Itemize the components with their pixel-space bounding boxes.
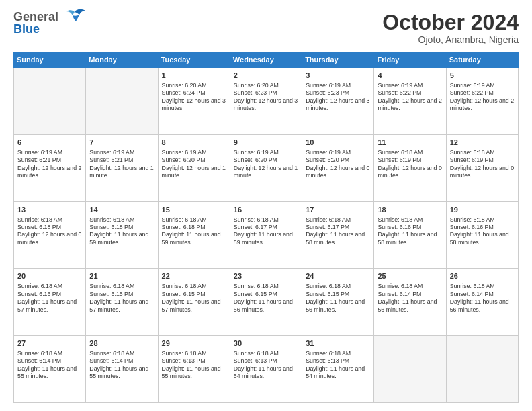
calendar-cell: 31Sunrise: 6:18 AMSunset: 6:13 PMDayligh… — [302, 336, 374, 403]
day-info: Sunrise: 6:18 AMSunset: 6:14 PMDaylight:… — [450, 283, 515, 314]
calendar-cell: 6Sunrise: 6:19 AMSunset: 6:21 PMDaylight… — [14, 134, 86, 201]
title-block: October 2024 Ojoto, Anambra, Nigeria — [382, 11, 519, 45]
day-info: Sunrise: 6:18 AMSunset: 6:18 PMDaylight:… — [17, 216, 82, 247]
calendar-cell: 19Sunrise: 6:18 AMSunset: 6:16 PMDayligh… — [446, 201, 518, 269]
calendar-cell: 11Sunrise: 6:18 AMSunset: 6:19 PMDayligh… — [374, 134, 446, 201]
calendar-week-4: 20Sunrise: 6:18 AMSunset: 6:16 PMDayligh… — [14, 269, 519, 336]
day-number: 16 — [234, 205, 298, 215]
day-number: 23 — [234, 271, 298, 281]
day-number: 22 — [162, 271, 226, 281]
calendar-cell — [14, 68, 86, 135]
day-info: Sunrise: 6:18 AMSunset: 6:15 PMDaylight:… — [234, 283, 298, 314]
calendar-cell: 8Sunrise: 6:19 AMSunset: 6:20 PMDaylight… — [158, 134, 230, 201]
col-sunday: Sunday — [14, 52, 86, 68]
day-number: 20 — [17, 271, 82, 281]
calendar-cell: 16Sunrise: 6:18 AMSunset: 6:17 PMDayligh… — [230, 201, 302, 269]
day-info: Sunrise: 6:18 AMSunset: 6:14 PMDaylight:… — [17, 350, 82, 381]
calendar-cell — [446, 336, 518, 403]
day-info: Sunrise: 6:18 AMSunset: 6:15 PMDaylight:… — [89, 283, 154, 314]
day-info: Sunrise: 6:19 AMSunset: 6:20 PMDaylight:… — [162, 149, 226, 180]
day-number: 13 — [17, 205, 82, 215]
calendar-cell: 10Sunrise: 6:19 AMSunset: 6:20 PMDayligh… — [302, 134, 374, 201]
day-number: 5 — [450, 71, 515, 81]
day-number: 14 — [89, 205, 154, 215]
day-info: Sunrise: 6:19 AMSunset: 6:22 PMDaylight:… — [378, 82, 442, 113]
calendar-week-2: 6Sunrise: 6:19 AMSunset: 6:21 PMDaylight… — [14, 134, 519, 201]
day-number: 7 — [89, 138, 154, 148]
calendar-cell: 14Sunrise: 6:18 AMSunset: 6:18 PMDayligh… — [86, 201, 158, 269]
calendar-cell — [374, 336, 446, 403]
calendar-cell: 22Sunrise: 6:18 AMSunset: 6:15 PMDayligh… — [158, 269, 230, 336]
day-info: Sunrise: 6:18 AMSunset: 6:15 PMDaylight:… — [306, 283, 370, 314]
day-number: 1 — [162, 71, 226, 81]
day-info: Sunrise: 6:19 AMSunset: 6:20 PMDaylight:… — [306, 149, 370, 180]
day-info: Sunrise: 6:18 AMSunset: 6:19 PMDaylight:… — [378, 149, 442, 180]
calendar-cell: 23Sunrise: 6:18 AMSunset: 6:15 PMDayligh… — [230, 269, 302, 336]
subtitle: Ojoto, Anambra, Nigeria — [382, 34, 519, 45]
day-number: 11 — [378, 138, 442, 148]
day-info: Sunrise: 6:18 AMSunset: 6:13 PMDaylight:… — [306, 350, 370, 381]
col-wednesday: Wednesday — [230, 52, 302, 68]
day-info: Sunrise: 6:18 AMSunset: 6:16 PMDaylight:… — [378, 216, 442, 247]
day-number: 19 — [450, 205, 515, 215]
calendar-cell: 27Sunrise: 6:18 AMSunset: 6:14 PMDayligh… — [14, 336, 86, 403]
calendar-cell: 3Sunrise: 6:19 AMSunset: 6:23 PMDaylight… — [302, 68, 374, 135]
day-number: 17 — [306, 205, 370, 215]
calendar-cell: 20Sunrise: 6:18 AMSunset: 6:16 PMDayligh… — [14, 269, 86, 336]
logo-general-text: General — [13, 11, 58, 23]
day-number: 21 — [89, 271, 154, 281]
day-number: 30 — [234, 338, 298, 349]
col-monday: Monday — [86, 52, 158, 68]
day-info: Sunrise: 6:20 AMSunset: 6:24 PMDaylight:… — [162, 82, 226, 113]
day-number: 29 — [162, 338, 226, 349]
col-thursday: Thursday — [302, 52, 374, 68]
day-number: 12 — [450, 138, 515, 148]
day-info: Sunrise: 6:19 AMSunset: 6:23 PMDaylight:… — [306, 82, 370, 113]
calendar-cell — [86, 68, 158, 135]
calendar-cell: 29Sunrise: 6:18 AMSunset: 6:13 PMDayligh… — [158, 336, 230, 403]
day-info: Sunrise: 6:19 AMSunset: 6:21 PMDaylight:… — [17, 149, 82, 180]
calendar-cell: 26Sunrise: 6:18 AMSunset: 6:14 PMDayligh… — [446, 269, 518, 336]
day-info: Sunrise: 6:18 AMSunset: 6:13 PMDaylight:… — [234, 350, 298, 381]
day-info: Sunrise: 6:18 AMSunset: 6:18 PMDaylight:… — [162, 216, 226, 247]
day-info: Sunrise: 6:18 AMSunset: 6:18 PMDaylight:… — [89, 216, 154, 247]
day-number: 24 — [306, 271, 370, 281]
calendar-cell: 1Sunrise: 6:20 AMSunset: 6:24 PMDaylight… — [158, 68, 230, 135]
calendar-week-5: 27Sunrise: 6:18 AMSunset: 6:14 PMDayligh… — [14, 336, 519, 403]
col-tuesday: Tuesday — [158, 52, 230, 68]
calendar-cell: 4Sunrise: 6:19 AMSunset: 6:22 PMDaylight… — [374, 68, 446, 135]
calendar-cell: 9Sunrise: 6:19 AMSunset: 6:20 PMDaylight… — [230, 134, 302, 201]
calendar-cell: 7Sunrise: 6:19 AMSunset: 6:21 PMDaylight… — [86, 134, 158, 201]
day-number: 31 — [306, 338, 370, 349]
day-number: 2 — [234, 71, 298, 81]
day-info: Sunrise: 6:19 AMSunset: 6:21 PMDaylight:… — [89, 149, 154, 180]
day-info: Sunrise: 6:18 AMSunset: 6:16 PMDaylight:… — [17, 283, 82, 314]
logo-area: General Blue — [13, 11, 87, 35]
day-number: 8 — [162, 138, 226, 148]
day-info: Sunrise: 6:18 AMSunset: 6:17 PMDaylight:… — [234, 216, 298, 247]
day-number: 25 — [378, 271, 442, 281]
logo-name: General Blue — [13, 11, 58, 35]
col-saturday: Saturday — [446, 52, 518, 68]
header: General Blue October 2024 Ojoto, Anambra… — [13, 11, 519, 45]
calendar-week-1: 1Sunrise: 6:20 AMSunset: 6:24 PMDaylight… — [14, 68, 519, 135]
page: General Blue October 2024 Ojoto, Anambra… — [0, 0, 532, 411]
calendar-cell: 13Sunrise: 6:18 AMSunset: 6:18 PMDayligh… — [14, 201, 86, 269]
month-title: October 2024 — [382, 11, 519, 34]
day-number: 6 — [17, 138, 82, 148]
calendar-cell: 5Sunrise: 6:19 AMSunset: 6:22 PMDaylight… — [446, 68, 518, 135]
day-info: Sunrise: 6:18 AMSunset: 6:14 PMDaylight:… — [89, 350, 154, 381]
day-info: Sunrise: 6:19 AMSunset: 6:20 PMDaylight:… — [234, 149, 298, 180]
calendar-cell: 30Sunrise: 6:18 AMSunset: 6:13 PMDayligh… — [230, 336, 302, 403]
col-friday: Friday — [374, 52, 446, 68]
calendar-cell: 2Sunrise: 6:20 AMSunset: 6:23 PMDaylight… — [230, 68, 302, 135]
calendar-table: Sunday Monday Tuesday Wednesday Thursday… — [13, 52, 519, 403]
calendar-cell: 25Sunrise: 6:18 AMSunset: 6:14 PMDayligh… — [374, 269, 446, 336]
calendar-week-3: 13Sunrise: 6:18 AMSunset: 6:18 PMDayligh… — [14, 201, 519, 269]
day-info: Sunrise: 6:20 AMSunset: 6:23 PMDaylight:… — [234, 82, 298, 113]
calendar-cell: 12Sunrise: 6:18 AMSunset: 6:19 PMDayligh… — [446, 134, 518, 201]
calendar-cell: 18Sunrise: 6:18 AMSunset: 6:16 PMDayligh… — [374, 201, 446, 269]
day-number: 9 — [234, 138, 298, 148]
day-number: 28 — [89, 338, 154, 349]
day-number: 4 — [378, 71, 442, 81]
